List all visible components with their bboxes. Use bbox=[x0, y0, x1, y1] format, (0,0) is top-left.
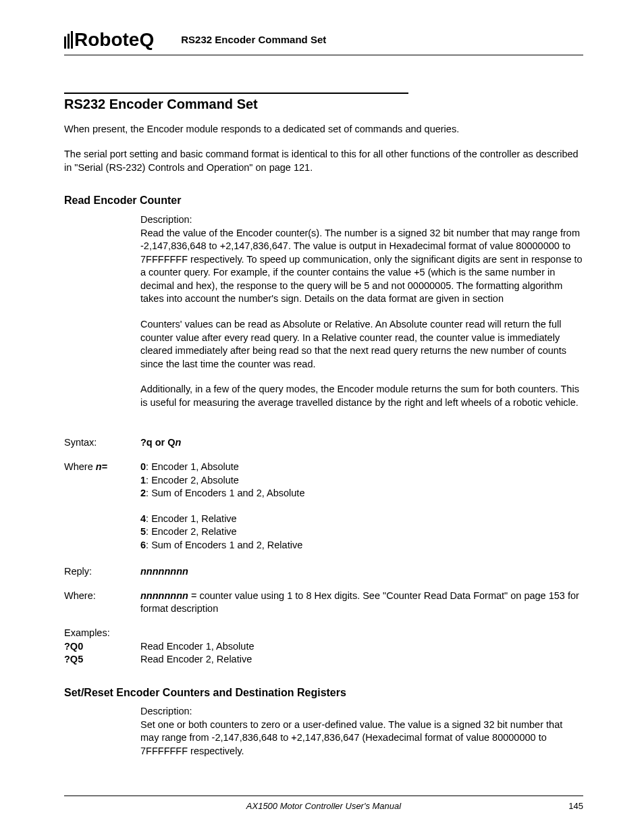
where-value: nnnnnnnn = counter value using 1 to 8 He… bbox=[140, 590, 583, 616]
reply-label: Reply: bbox=[64, 565, 140, 579]
where-n-item: 1: Encoder 2, Absolute bbox=[140, 474, 583, 488]
body-paragraph: Set one or both counters to zero or a us… bbox=[140, 719, 583, 758]
where-n-item: 4: Encoder 1, Relative bbox=[140, 513, 583, 526]
section-heading: RS232 Encoder Command Set bbox=[64, 95, 583, 113]
syntax-value: ?q or Qn bbox=[140, 436, 583, 450]
footer-page-number: 145 bbox=[556, 800, 583, 812]
body-paragraph: Read the value of the Encoder counter(s)… bbox=[140, 227, 583, 306]
description-block: Description: Read the value of the Encod… bbox=[140, 213, 583, 409]
reply-row: Reply: nnnnnnnn bbox=[64, 565, 583, 579]
syntax-row: Syntax: ?q or Qn bbox=[64, 436, 583, 450]
subsection-heading: Set/Reset Encoder Counters and Destinati… bbox=[64, 685, 583, 700]
page-header-title: RS232 Encoder Command Set bbox=[181, 33, 326, 47]
syntax-text: ?q or Q bbox=[140, 437, 176, 448]
document-page: RoboteQ RS232 Encoder Command Set RS232 … bbox=[0, 0, 644, 834]
where-row: Where: nnnnnnnn = counter value using 1 … bbox=[64, 590, 583, 616]
examples-label: Examples: bbox=[64, 627, 140, 640]
where-n-item: 6: Sum of Encoders 1 and 2, Relative bbox=[140, 539, 583, 552]
example-item: ?Q0 Read Encoder 1, Absolute bbox=[64, 640, 583, 654]
description-block: Description: Set one or both counters to… bbox=[140, 705, 583, 758]
logo-bars-icon bbox=[64, 31, 73, 49]
where-n-row: Where n= 0: Encoder 1, Absolute 1: Encod… bbox=[64, 461, 583, 563]
syntax-var: n bbox=[176, 437, 182, 448]
where-label: Where: bbox=[64, 590, 140, 616]
body-paragraph: When present, the Encoder module respond… bbox=[64, 123, 583, 136]
footer-manual-title: AX1500 Motor Controller User's Manual bbox=[91, 800, 556, 812]
subsection-heading: Read Encoder Counter bbox=[64, 193, 583, 208]
logo-text-part1: Robote bbox=[74, 27, 139, 53]
body-paragraph: Additionally, in a few of the query mode… bbox=[140, 383, 583, 409]
examples-row: Examples: bbox=[64, 627, 583, 640]
example-item: ?Q5 Read Encoder 2, Relative bbox=[64, 653, 583, 667]
body-paragraph: Counters' values can be read as Absolute… bbox=[140, 318, 583, 371]
body-paragraph: The serial port setting and basic comman… bbox=[64, 148, 583, 174]
where-n-label: Where n= bbox=[64, 461, 140, 563]
page-header: RoboteQ RS232 Encoder Command Set bbox=[64, 27, 583, 53]
where-n-item: 2: Sum of Encoders 1 and 2, Absolute bbox=[140, 487, 583, 500]
page-footer: AX1500 Motor Controller User's Manual 14… bbox=[64, 796, 583, 812]
description-label: Description: bbox=[140, 705, 583, 719]
where-n-item: 0: Encoder 1, Absolute bbox=[140, 461, 583, 474]
header-divider bbox=[64, 55, 583, 55]
footer-divider bbox=[64, 796, 583, 796]
section-divider bbox=[64, 93, 408, 94]
description-label: Description: bbox=[140, 213, 583, 227]
logo-text-part2: Q bbox=[139, 27, 154, 53]
brand-logo: RoboteQ bbox=[64, 27, 154, 53]
where-n-values: 0: Encoder 1, Absolute 1: Encoder 2, Abs… bbox=[140, 461, 583, 563]
syntax-label: Syntax: bbox=[64, 436, 140, 450]
where-n-item: 5: Encoder 2, Relative bbox=[140, 525, 583, 539]
reply-value: nnnnnnnn bbox=[140, 565, 583, 579]
